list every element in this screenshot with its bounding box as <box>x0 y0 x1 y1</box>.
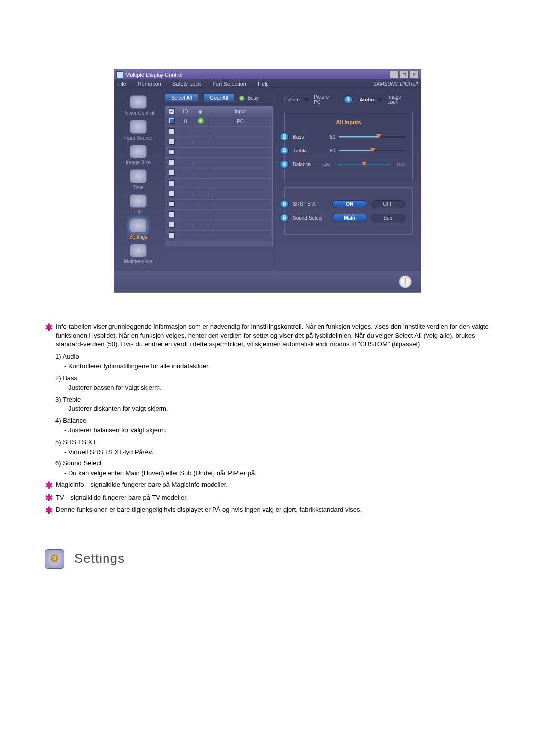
app-window: Multiple Display Control _ □ × File Remo… <box>114 69 421 293</box>
row-checkbox[interactable] <box>169 149 175 155</box>
row-checkbox[interactable] <box>169 139 175 145</box>
srs-off-button[interactable]: OFF <box>371 200 406 208</box>
sidebar-item-power-control[interactable]: Power Control <box>122 95 154 116</box>
menubar: File Remocon Safety Lock Port Selection … <box>114 79 421 88</box>
treble-label: Treble <box>293 148 319 153</box>
menu-file[interactable]: File <box>117 81 131 87</box>
settings-tabs: Picture Picture PC 1 Audio Image Lock <box>284 94 413 105</box>
maintenance-icon <box>130 244 147 257</box>
srs-label: SRS TS XT <box>293 202 328 207</box>
sound-select-label: Sound Select <box>293 215 328 221</box>
balance-right: R50 <box>393 162 405 167</box>
row-checkbox[interactable] <box>169 222 175 228</box>
tab-picture[interactable]: Picture <box>284 97 300 102</box>
sidebar-label: Time <box>130 185 147 190</box>
table-row <box>165 209 272 220</box>
header-checkbox[interactable]: ✓ <box>169 108 175 114</box>
srs-row: 5 SRS TS XT ON OFF <box>292 200 405 208</box>
bass-row: 2 Bass 60 <box>292 132 405 141</box>
star-icon: ✱ <box>45 482 53 489</box>
status-dot-icon <box>198 118 204 124</box>
section-heading: ⚙ Settings <box>45 549 490 569</box>
sidebar-item-image-size[interactable]: Image Size <box>126 145 151 165</box>
treble-value: 50 <box>322 148 335 153</box>
sidebar-item-time[interactable]: Time <box>130 169 147 190</box>
star-icon: ✱ <box>45 507 53 514</box>
numbered-list: 1) Audio - Kontrollerer lydinnstillingen… <box>55 353 490 478</box>
table-row <box>165 126 272 137</box>
grid-header: ✓ ID ◉ Input <box>165 107 272 116</box>
sidebar: Power Control Input Source Image Size Ti… <box>114 88 162 271</box>
srs-on-button[interactable]: ON <box>332 200 367 208</box>
balance-slider[interactable] <box>338 161 389 167</box>
minimize-button[interactable]: _ <box>390 71 399 78</box>
row-checkbox[interactable] <box>169 201 175 207</box>
row-checkbox[interactable] <box>169 232 175 238</box>
row-checkbox[interactable] <box>169 118 175 124</box>
clear-all-button[interactable]: Clear All <box>203 93 234 102</box>
select-all-button[interactable]: Select All <box>165 93 198 102</box>
balance-label: Balance <box>293 162 319 167</box>
row-checkbox[interactable] <box>169 211 175 217</box>
row-checkbox[interactable] <box>169 159 175 165</box>
sidebar-label: PIP <box>130 209 147 215</box>
row-checkbox[interactable] <box>169 128 175 134</box>
tab-audio[interactable]: Audio <box>360 97 374 102</box>
menu-help[interactable]: Help <box>258 81 274 87</box>
list-item: 3) Treble - Justerer diskanten for valgt… <box>55 395 490 413</box>
sidebar-label: Input Source <box>124 135 153 141</box>
table-row <box>165 230 272 241</box>
table-row <box>165 147 272 157</box>
audio-options-box: 5 SRS TS XT ON OFF 6 Sound Select Main S… <box>284 187 413 235</box>
bass-label: Bass <box>293 134 319 140</box>
table-row <box>165 137 272 147</box>
pip-icon <box>130 194 147 208</box>
row-checkbox[interactable] <box>169 180 175 186</box>
row-input: PC <box>208 117 272 126</box>
bass-slider[interactable] <box>339 134 405 140</box>
sound-sub-button[interactable]: Sub <box>371 214 406 222</box>
tab-image-lock[interactable]: Image Lock <box>387 94 413 105</box>
time-icon <box>130 169 147 183</box>
star-icon: ✱ <box>45 324 53 331</box>
bass-value: 60 <box>322 134 335 140</box>
table-row[interactable]: 0 PC <box>165 116 272 126</box>
info-icon: ! <box>399 275 412 288</box>
sidebar-item-maintenance[interactable]: Maintenance <box>124 244 152 264</box>
row-checkbox[interactable] <box>169 191 175 197</box>
note-text: TV—signalkilde fungerer bare på TV-model… <box>56 493 490 502</box>
balance-left: L50 <box>322 162 334 167</box>
callout-6: 6 <box>280 213 289 222</box>
tab-sep-icon <box>304 98 310 101</box>
menu-remocon[interactable]: Remocon <box>138 81 166 87</box>
sidebar-item-settings[interactable]: Settings <box>129 219 147 240</box>
statusbar: ! <box>114 271 421 292</box>
sidebar-item-pip[interactable]: PIP <box>130 194 147 215</box>
table-row <box>165 189 272 199</box>
window-title: Multiple Display Control <box>125 72 183 78</box>
note-text: Denne funksjonen er bare tilgjengelig hv… <box>56 505 490 514</box>
callout-5: 5 <box>280 200 289 208</box>
settings-icon <box>130 219 147 233</box>
audio-header: All Inputs <box>292 119 405 125</box>
treble-slider[interactable] <box>339 148 405 153</box>
settings-panel: Picture Picture PC 1 Audio Image Lock Al… <box>276 88 421 271</box>
star-icon: ✱ <box>45 494 53 501</box>
sound-main-button[interactable]: Main <box>332 214 367 222</box>
menu-port-selection[interactable]: Port Selection <box>212 81 251 87</box>
sound-select-row: 6 Sound Select Main Sub <box>292 213 405 222</box>
tab-picture-pc[interactable]: Picture PC <box>314 94 337 105</box>
sidebar-item-input-source[interactable]: Input Source <box>124 120 153 141</box>
maximize-button[interactable]: □ <box>400 71 409 78</box>
titlebar: Multiple Display Control _ □ × <box>114 70 421 79</box>
menu-safety-lock[interactable]: Safety Lock <box>172 81 206 87</box>
list-item: 1) Audio - Kontrollerer lydinnstillingen… <box>55 353 490 371</box>
sidebar-label: Settings <box>129 234 147 240</box>
settings-section-icon: ⚙ <box>45 549 64 569</box>
row-id: 0 <box>178 117 193 126</box>
row-checkbox[interactable] <box>169 170 175 176</box>
device-grid: ✓ ID ◉ Input 0 PC <box>165 106 273 246</box>
tab-sep-icon <box>377 98 383 101</box>
close-button[interactable]: × <box>410 71 419 78</box>
sidebar-label: Power Control <box>122 110 154 116</box>
